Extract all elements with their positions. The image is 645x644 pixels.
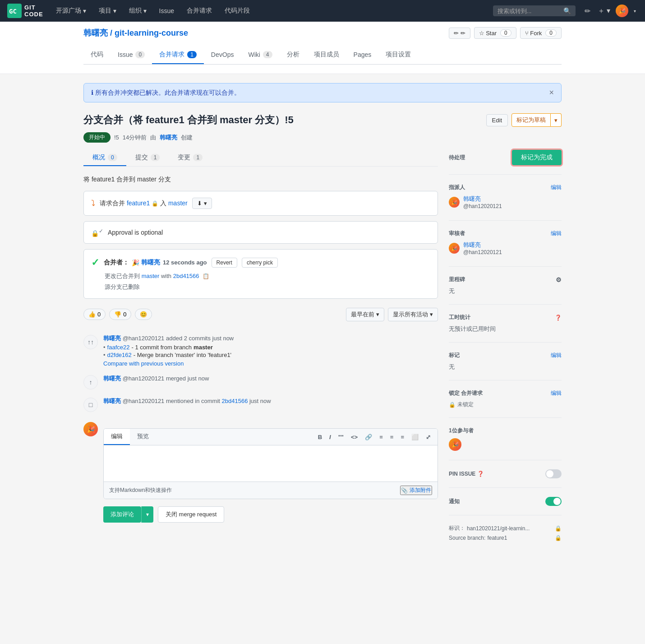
identifier-copy-icon[interactable]: 🔒 (555, 525, 562, 532)
fork-btn[interactable]: ⑂ Fork 0 (520, 27, 562, 39)
emoji-btn[interactable]: 😊 (135, 309, 152, 320)
repo-title[interactable]: 韩曙亮 / git-learning-course (83, 28, 188, 38)
revert-btn[interactable]: Revert (212, 258, 237, 268)
nav-org[interactable]: 组织 ▾ (124, 4, 152, 18)
tab-code[interactable]: 代码 (83, 46, 111, 64)
pr-tab-changes[interactable]: 变更 1 (169, 150, 212, 166)
nav-merge[interactable]: 合并请求 (181, 4, 217, 18)
reviewer-username[interactable]: 韩曙亮 (463, 241, 502, 249)
toolbar-code[interactable]: <> (349, 433, 360, 441)
tab-analytics[interactable]: 分析 (280, 46, 307, 64)
assignee-username[interactable]: 韩曙亮 (463, 195, 502, 203)
tab-merge-request[interactable]: 合并请求1 (152, 46, 204, 64)
editor-wrapper: 编辑 预览 B I "" <> 🔗 ≡ ≡ ≡ (103, 421, 438, 523)
user-avatar[interactable]: 🎉 (616, 5, 628, 17)
mention-commit-link[interactable]: 2bd41566 (222, 398, 248, 404)
time-help-icon[interactable]: ❓ (555, 315, 562, 321)
star-count: 0 (500, 29, 511, 37)
notification-toggle[interactable] (545, 497, 562, 506)
repo-owner[interactable]: 韩曙亮 (83, 28, 108, 37)
source-branch-copy-icon[interactable]: 🔒 (555, 535, 562, 541)
pin-help-icon[interactable]: ❓ (477, 471, 484, 477)
pr-author[interactable]: 韩曙亮 (160, 134, 177, 142)
toolbar-list-ul[interactable]: ≡ (377, 433, 385, 441)
merged-branch-link[interactable]: master (142, 273, 160, 279)
toolbar-italic[interactable]: I (327, 433, 333, 441)
thumbs-down-btn[interactable]: 👎 0 (109, 309, 131, 320)
repo-name[interactable]: git-learning-course (115, 28, 188, 37)
editor-body[interactable] (104, 445, 438, 482)
cherry-pick-btn[interactable]: cherry pick (242, 258, 278, 268)
edit-repo-btn[interactable]: ✏ ✏ (449, 28, 470, 39)
activity-user-3[interactable]: 韩曙亮 (103, 398, 121, 404)
activity-user-2[interactable]: 韩曙亮 (103, 375, 121, 382)
pin-toggle[interactable] (545, 469, 562, 478)
pr-tab-overview[interactable]: 概况 0 (83, 150, 126, 166)
pr-title-row: 分支合并（将 feature1 合并到 master 分支）!5 Edit 标记… (83, 113, 562, 127)
alert-text: ℹ 所有合并冲突都已解决。此合并请求现在可以合并。 (91, 89, 240, 97)
logo[interactable]: GC GITCODE (7, 4, 43, 18)
sidebar-participants-section: 1位参与者 🎉 (449, 427, 562, 460)
editor-toolbar: B I "" <> 🔗 ≡ ≡ ≡ ⬜ ⤢ (311, 429, 438, 445)
plus-icon[interactable]: ＋ ▾ (596, 5, 612, 18)
chevron-down-icon[interactable]: ▾ (632, 7, 638, 15)
thumbs-up-btn[interactable]: 👍 0 (83, 309, 106, 320)
edit-icon[interactable]: ✏ (583, 5, 592, 17)
star-btn[interactable]: ☆ Star 0 (474, 27, 516, 39)
sort-filter[interactable]: 最早在前 ▾ (346, 308, 384, 321)
toolbar-fullscreen[interactable]: ⤢ (424, 433, 433, 441)
comment-dropdown-btn[interactable]: ▾ (141, 506, 153, 523)
editor-tab-preview[interactable]: 预览 (130, 429, 156, 445)
participants-list: 🎉 (449, 438, 562, 451)
tab-pages[interactable]: Pages (346, 46, 379, 64)
nav-projects[interactable]: 项目 ▾ (93, 4, 122, 18)
labels-edit-btn[interactable]: 编辑 (551, 352, 562, 359)
close-merge-request-btn[interactable]: 关闭 merge request (158, 506, 224, 523)
activity-user-1[interactable]: 韩曙亮 (103, 335, 121, 342)
draft-dropdown-btn[interactable]: ▾ (551, 113, 562, 127)
copy-commit-icon[interactable]: 📋 (203, 273, 209, 279)
editor-tabs: 编辑 预览 B I "" <> 🔗 ≡ ≡ ≡ (104, 429, 438, 445)
activity-filter[interactable]: 显示所有活动 ▾ (388, 308, 438, 321)
mark-complete-btn[interactable]: 标记为完成 (512, 150, 562, 165)
toolbar-table[interactable]: ⬜ (409, 433, 421, 441)
toolbar-list-ol[interactable]: ≡ (388, 433, 396, 441)
source-branch-link[interactable]: feature1 (127, 199, 150, 207)
draft-btn[interactable]: 标记为草稿 (511, 113, 551, 127)
lock-label: 锁定 合并请求 编辑 (449, 389, 562, 397)
tab-devops[interactable]: DevOps (204, 46, 241, 64)
lock-edit-btn[interactable]: 编辑 (551, 389, 562, 397)
pr-created-text: 由 (150, 134, 156, 142)
add-comment-btn[interactable]: 添加评论 (103, 506, 141, 523)
pr-edit-btn[interactable]: Edit (486, 114, 508, 126)
sidebar-pin-section: Pin Issue ❓ (449, 469, 562, 488)
pr-tab-commits[interactable]: 提交 1 (126, 150, 169, 166)
alert-close-btn[interactable]: × (549, 88, 554, 97)
target-branch-link[interactable]: master (168, 199, 188, 207)
commit-link-1[interactable]: faafce22 (107, 344, 130, 351)
participant-avatar-1: 🎉 (449, 438, 461, 451)
search-input[interactable] (498, 8, 561, 14)
search-box[interactable]: 🔍 (493, 5, 576, 16)
attach-btn[interactable]: 📎 添加附件 (400, 486, 432, 495)
commit-link-2[interactable]: d2fde162 (107, 352, 132, 358)
assignee-edit-btn[interactable]: 编辑 (551, 184, 562, 191)
merged-user[interactable]: 🎉 韩曙亮 (132, 259, 160, 267)
reviewer-edit-btn[interactable]: 编辑 (551, 230, 562, 237)
compare-link[interactable]: Compare with previous version (103, 360, 234, 367)
toolbar-bold[interactable]: B (316, 433, 324, 441)
nav-issue[interactable]: Issue (154, 5, 180, 17)
editor-tab-edit[interactable]: 编辑 (104, 429, 130, 445)
download-btn[interactable]: ⬇ ▾ (192, 198, 212, 209)
toolbar-quote[interactable]: "" (336, 433, 346, 441)
toolbar-indent[interactable]: ≡ (398, 433, 406, 441)
tab-wiki[interactable]: Wiki4 (241, 46, 279, 64)
merged-commit-link[interactable]: 2bd41566 (173, 273, 199, 279)
toolbar-link[interactable]: 🔗 (363, 433, 374, 441)
tab-issue[interactable]: Issue0 (111, 46, 152, 64)
tab-members[interactable]: 项目成员 (307, 46, 346, 64)
nav-snippet[interactable]: 代码片段 (219, 4, 255, 18)
nav-open-source[interactable]: 开源广场 ▾ (51, 4, 92, 18)
milestone-gear-btn[interactable]: ⚙ (556, 276, 562, 283)
tab-settings[interactable]: 项目设置 (378, 46, 418, 64)
